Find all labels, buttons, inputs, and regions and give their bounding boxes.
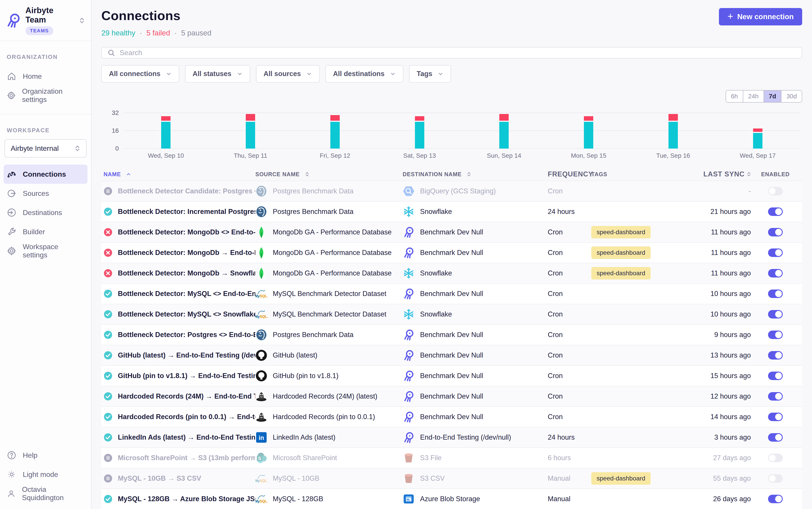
enabled-toggle[interactable] xyxy=(768,207,783,216)
time-range-6h[interactable]: 6h xyxy=(726,91,743,102)
chart-bar-group[interactable] xyxy=(124,113,208,148)
table-row[interactable]: Hardcoded Records (24M) → End-to-End Te.… xyxy=(101,386,802,406)
column-header-src[interactable]: SOURCE NAME xyxy=(255,171,403,177)
svg-text:S: S xyxy=(258,456,261,461)
sidebar-footer-item-light-mode[interactable]: Light mode xyxy=(0,465,91,484)
enabled-toggle[interactable] xyxy=(768,290,783,298)
chart-bar-group[interactable] xyxy=(293,113,378,148)
destination-name: Benchmark Dev Null xyxy=(420,249,483,257)
search-box[interactable] xyxy=(101,47,802,59)
sidebar-item-organization-settings[interactable]: Organization settings xyxy=(0,86,91,105)
table-row[interactable]: GitHub (pin to v1.8.1) → End-to-End Test… xyxy=(101,365,802,386)
chevron-updown-icon xyxy=(79,17,85,24)
chart-bar-group[interactable] xyxy=(462,113,546,148)
chart-bar-group[interactable] xyxy=(377,113,462,148)
enabled-toggle[interactable] xyxy=(768,474,783,483)
enabled-toggle[interactable] xyxy=(768,454,783,462)
status-healthy-icon xyxy=(104,433,112,442)
enabled-toggle[interactable] xyxy=(768,228,783,236)
nav-item-label: Builder xyxy=(23,228,45,236)
last-sync: 11 hours ago xyxy=(699,228,751,236)
table-row[interactable]: Bottleneck Detector: Incremental Postgre… xyxy=(101,201,802,222)
chart-bar-group[interactable] xyxy=(546,113,631,148)
table-row[interactable]: MySQL - 10GB → S3 CSV MySQL. MySQL - 10G… xyxy=(101,468,802,488)
sidebar-footer-item-octavia-squiddington[interactable]: Octavia Squiddington xyxy=(0,484,91,503)
filter-dropdown-label: Tags xyxy=(417,70,432,78)
chart-bar-group[interactable] xyxy=(208,113,293,148)
filter-dropdown-all-sources[interactable]: All sources xyxy=(256,65,320,82)
enabled-toggle[interactable] xyxy=(768,433,783,442)
table-row[interactable]: Bottleneck Detector Candidate: Postgres … xyxy=(101,181,802,201)
column-header-sync[interactable]: LAST SYNC xyxy=(699,170,751,178)
frequency: Cron xyxy=(548,290,591,298)
table-row[interactable]: Bottleneck Detector: MongoDb <> End-to-E… xyxy=(101,222,802,242)
source-name: MongoDb GA - Performance Database xyxy=(273,269,391,277)
workspace-selector[interactable]: Airbyte Internal xyxy=(4,139,87,158)
column-header-dest[interactable]: DESTINATION NAME xyxy=(403,171,548,177)
chart-bar-group[interactable] xyxy=(631,113,716,148)
chart-bar-success xyxy=(415,122,424,148)
table-row[interactable]: Bottleneck Detector: MySQL <> End-to-End… xyxy=(101,283,802,304)
hardcoded-icon xyxy=(255,411,267,423)
table-row[interactable]: MySQL - 128GB → Azure Blob Storage JSOn … xyxy=(101,488,802,509)
new-connection-button[interactable]: + New connection xyxy=(719,8,802,26)
enabled-toggle[interactable] xyxy=(768,351,783,360)
frequency: Cron xyxy=(548,187,591,195)
separator: · xyxy=(174,29,177,37)
column-header-name[interactable]: NAME xyxy=(104,171,255,177)
chart-bar-failed xyxy=(584,116,593,121)
destination-name: Benchmark Dev Null xyxy=(420,392,483,400)
chart-bar-group[interactable] xyxy=(715,113,800,148)
chart-bar-failed xyxy=(499,114,509,121)
enabled-toggle[interactable] xyxy=(768,331,783,339)
sidebar-item-home[interactable]: Home xyxy=(0,67,91,86)
last-sync: 11 hours ago xyxy=(699,269,751,277)
chart-x-label: Mon, Sep 15 xyxy=(546,152,631,159)
enabled-toggle[interactable] xyxy=(768,495,783,503)
table-row[interactable]: Hardcoded Records (pin to 0.0.1) → End-t… xyxy=(101,406,802,427)
chart-bar-success xyxy=(753,133,762,148)
source-name: Postgres Benchmark Data xyxy=(273,331,354,339)
time-range-24h[interactable]: 24h xyxy=(743,91,764,102)
source-name: Hardcoded Records (pin to 0.0.1) xyxy=(273,413,375,421)
table-row[interactable]: Microsoft SharePoint → S3 (13mb performa… xyxy=(101,447,802,468)
chart-bar-success xyxy=(330,122,340,148)
chart-x-label: Wed, Sep 10 xyxy=(124,152,208,159)
enabled-toggle[interactable] xyxy=(768,310,783,318)
enabled-toggle[interactable] xyxy=(768,269,783,277)
status-failed-icon xyxy=(104,248,112,257)
filter-dropdown-tags[interactable]: Tags xyxy=(409,65,451,82)
sidebar-footer-item-help[interactable]: Help xyxy=(0,446,91,465)
healthy-count: 29 healthy xyxy=(101,29,135,37)
time-range-7d[interactable]: 7d xyxy=(764,91,781,102)
sidebar-item-connections[interactable]: Connections xyxy=(4,165,88,184)
filter-dropdown-all-connections[interactable]: All connections xyxy=(101,65,179,82)
team-switcher[interactable]: Airbyte Team TEAMS xyxy=(0,0,91,41)
sidebar-item-destinations[interactable]: Destinations xyxy=(0,203,91,222)
table-row[interactable]: Bottleneck Detector: MongoDb → End-to-En… xyxy=(101,242,802,263)
tag-badge: speed-dashboard xyxy=(591,226,651,238)
search-input[interactable] xyxy=(120,48,796,57)
table-row[interactable]: LinkedIn Ads (latest) → End-to-End Testi… xyxy=(101,427,802,447)
github-icon xyxy=(255,370,267,382)
nav-item-label: Connections xyxy=(23,170,66,178)
table-row[interactable]: Bottleneck Detector: MySQL <> Snowflake … xyxy=(101,304,802,324)
enabled-toggle[interactable] xyxy=(768,372,783,380)
enabled-toggle[interactable] xyxy=(768,413,783,421)
sidebar-item-workspace-settings[interactable]: Workspace settings xyxy=(0,241,91,261)
destination-name: Benchmark Dev Null xyxy=(420,331,483,339)
frequency: 24 hours xyxy=(548,208,591,216)
sidebar-item-builder[interactable]: Builder xyxy=(0,222,91,241)
table-row[interactable]: Bottleneck Detector: MongoDb → Snowflake… xyxy=(101,263,802,283)
enabled-toggle[interactable] xyxy=(768,248,783,257)
nav-item-label: Organization settings xyxy=(22,87,85,104)
enabled-toggle[interactable] xyxy=(768,392,783,401)
time-range-30d[interactable]: 30d xyxy=(781,91,802,102)
filter-dropdown-all-statuses[interactable]: All statuses xyxy=(185,65,250,82)
sidebar-item-sources[interactable]: Sources xyxy=(0,184,91,203)
table-row[interactable]: GitHub (latest) → End-to-End Testing (/d… xyxy=(101,345,802,365)
enabled-toggle[interactable] xyxy=(768,187,783,195)
connection-name: Hardcoded Records (pin to 0.0.1) → End-t… xyxy=(118,413,255,421)
filter-dropdown-all-destinations[interactable]: All destinations xyxy=(325,65,403,82)
table-row[interactable]: Bottleneck Detector: Postgres <> End-to-… xyxy=(101,324,802,345)
